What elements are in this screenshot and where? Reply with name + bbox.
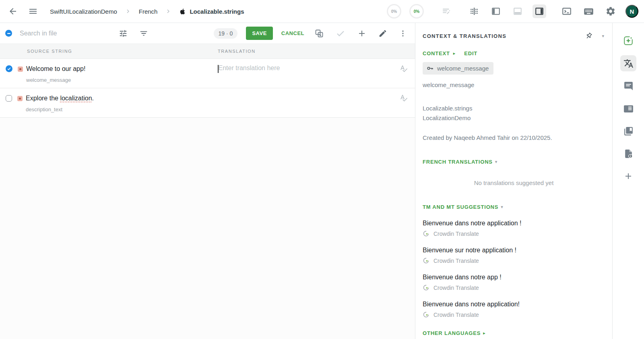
check-icon	[336, 29, 345, 38]
side-by-side-view-icon	[469, 6, 479, 16]
ai-assistant-button[interactable]	[620, 33, 636, 49]
approve-button[interactable]	[334, 27, 347, 40]
spellcheck-icon	[400, 64, 408, 73]
context-tab-button[interactable]	[620, 100, 636, 116]
tm-suggestion-item[interactable]: Bienvenue dans notre application! Crowdi…	[423, 301, 605, 318]
top-bar: SwiftUILocalizationDemo French Localizab…	[0, 0, 644, 23]
add-panel-button[interactable]	[620, 168, 636, 184]
editor-toolbar: 19 · 0 SAVE CANCEL	[0, 23, 415, 44]
spellcheck-icon	[400, 94, 408, 102]
table-row[interactable]: Welcome to our app! welcome_message	[0, 59, 415, 88]
right-panel-view-button[interactable]	[533, 4, 546, 18]
edit-string-button[interactable]	[377, 27, 389, 40]
bottom-panel-view-button[interactable]	[511, 4, 524, 18]
shortcuts-button[interactable]	[582, 4, 596, 19]
chevron-right-icon: ▸	[453, 51, 456, 56]
misspelled-word: localization	[60, 95, 92, 102]
context-translations-panel: CONTEXT & TRANSLATIONS ▾ CONTEXT ▸ EDIT	[415, 23, 612, 339]
chevron-right-icon	[124, 8, 132, 15]
more-options-button[interactable]	[397, 28, 409, 39]
search-input[interactable]	[20, 30, 107, 37]
breadcrumb-language[interactable]: French	[139, 8, 158, 15]
indeterminate-minus-icon	[7, 31, 11, 35]
row-checkbox-unchecked[interactable]	[6, 95, 12, 102]
string-counter-badge: 19 · 0	[214, 28, 238, 39]
keyboard-icon	[583, 6, 594, 17]
side-by-side-view-button[interactable]	[467, 4, 481, 18]
left-panel-view-button[interactable]	[489, 4, 503, 18]
source-string-text: Welcome to our app!	[26, 64, 85, 73]
add-string-button[interactable]	[355, 27, 368, 40]
string-key-chip[interactable]: welcome_message	[423, 62, 493, 75]
vertical-dots-icon	[399, 29, 407, 37]
comment-icon	[623, 81, 634, 91]
tm-suggestion-item[interactable]: Bienvenue sur notre application ! Crowdi…	[423, 247, 605, 264]
context-project-name: LocalizationDemo	[423, 113, 605, 123]
glossary-tab-button[interactable]	[620, 123, 636, 139]
pin-icon	[585, 32, 593, 40]
reader-icon	[623, 104, 634, 114]
tm-suggestion-item[interactable]: Bienvenue dans notre app ! Crowdin Trans…	[423, 274, 605, 291]
settings-button[interactable]	[604, 4, 617, 18]
translation-input[interactable]	[219, 64, 400, 72]
key-icon	[426, 64, 434, 72]
filter-list-icon	[139, 29, 148, 38]
panel-title: CONTEXT & TRANSLATIONS	[423, 33, 506, 39]
string-list-background	[0, 118, 415, 339]
edit-context-button[interactable]: EDIT	[464, 50, 477, 56]
french-translations-section-toggle[interactable]: FRENCH TRANSLATIONS	[423, 159, 493, 165]
console-button[interactable]	[560, 4, 574, 18]
filter-settings-button[interactable]	[117, 27, 129, 40]
spellcheck-button[interactable]	[400, 94, 408, 102]
right-toolbar	[612, 23, 644, 339]
pencil-icon	[378, 29, 387, 38]
file-info-tab-button[interactable]	[620, 146, 636, 162]
copy-source-button[interactable]	[313, 27, 326, 40]
check-icon	[7, 67, 11, 71]
pin-panel-button[interactable]	[585, 32, 593, 40]
comments-tab-button[interactable]	[620, 78, 636, 94]
context-section-toggle[interactable]: CONTEXT	[423, 50, 450, 56]
save-button[interactable]: SAVE	[246, 27, 272, 40]
tm-mt-suggestions-section-toggle[interactable]: TM AND MT SUGGESTIONS	[423, 204, 498, 210]
table-row[interactable]: Explore the localization. description_te…	[0, 88, 415, 118]
string-key: welcome_message	[26, 77, 85, 83]
suggestion-text: Bienvenue dans notre application !	[423, 220, 605, 227]
multiple-edit-button[interactable]	[440, 4, 454, 18]
string-key: description_text	[26, 106, 94, 112]
breadcrumb-file[interactable]: Localizable.strings	[179, 8, 244, 15]
filter-button[interactable]	[138, 27, 150, 40]
breadcrumb-project[interactable]: SwiftUILocalizationDemo	[50, 8, 117, 15]
suggestion-source: Crowdin Translate	[433, 231, 479, 237]
main-menu-button[interactable]	[27, 5, 39, 18]
untranslated-status-icon	[18, 67, 23, 72]
gear-icon	[605, 6, 616, 17]
crowdin-translate-icon	[423, 311, 429, 318]
crowdin-translate-icon	[423, 230, 429, 237]
context-file-name: Localizable.strings	[423, 104, 605, 113]
user-avatar[interactable]: N	[625, 5, 638, 18]
select-all-checkbox[interactable]	[5, 30, 12, 37]
spellcheck-button[interactable]	[400, 64, 408, 73]
back-button[interactable]	[6, 5, 19, 18]
arrow-back-icon	[8, 6, 18, 16]
translation-column-header: TRANSLATION	[218, 49, 256, 54]
suggestion-text: Bienvenue sur notre application !	[423, 247, 605, 254]
breadcrumb: SwiftUILocalizationDemo French Localizab…	[50, 8, 244, 15]
copy-source-icon	[314, 29, 324, 38]
left-panel-view-icon	[491, 6, 501, 16]
tm-suggestion-item[interactable]: Bienvenue dans notre application ! Crowd…	[423, 220, 605, 237]
translations-tab-button[interactable]	[620, 55, 636, 71]
no-translations-message: No translations suggested yet	[423, 179, 605, 186]
approval-progress-badge[interactable]: 0%	[409, 4, 424, 19]
right-panel-view-icon	[535, 6, 544, 16]
other-languages-section-toggle[interactable]: OTHER LANGUAGES	[423, 330, 481, 336]
row-checkbox-checked[interactable]	[6, 65, 12, 72]
string-counter-value: 19 · 0	[219, 30, 233, 37]
translation-progress-badge[interactable]: 0%	[387, 4, 401, 19]
cancel-button[interactable]: CANCEL	[281, 30, 304, 36]
table-header: SOURCE STRING TRANSLATION	[0, 44, 415, 59]
ai-sparkle-icon	[623, 35, 634, 46]
panel-collapse-button[interactable]: ▾	[599, 33, 604, 39]
suggestion-text: Bienvenue dans notre application!	[423, 301, 605, 308]
